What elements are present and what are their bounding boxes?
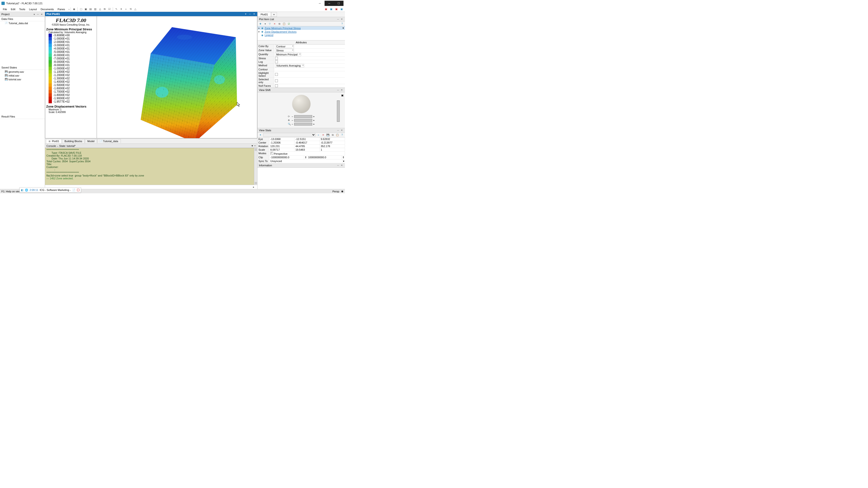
zoom-slider[interactable] [294,123,312,126]
tool-icon[interactable]: ✦ [258,133,262,137]
menu-panes[interactable]: Panes [56,7,67,11]
section-datafiles[interactable]: Data Files [0,17,45,21]
toolbar-axis-icon[interactable]: △ [133,7,137,11]
toolbar-pointer-icon[interactable]: ✦ [119,7,123,11]
console-dropdown-icon[interactable]: ▾ [252,144,253,147]
toolbar-print-icon[interactable]: ⎙ [98,7,102,11]
toolbar-globe-icon[interactable]: ◉ [72,7,76,11]
menu-tools[interactable]: Tools [17,7,27,11]
minimize-icon[interactable]: ─ [336,129,340,132]
viewstat-value[interactable]: 120.231 [269,145,294,148]
viewstats-combo[interactable] [263,133,315,137]
plot-3d-view[interactable] [97,17,257,138]
perspective-checkbox[interactable] [270,152,273,155]
console-scrollbar[interactable] [254,148,257,185]
toolbar-r1-icon[interactable]: ▣ [323,7,328,11]
toolbar-r4-icon[interactable]: ▣ [339,7,344,11]
help-icon[interactable]: ? [340,133,344,137]
toolbar-copy-icon[interactable]: ⧉ [102,7,107,11]
attribute-combo[interactable]: Minimum Principal [275,53,301,56]
dropdown-icon[interactable]: ▾ [263,22,267,26]
expand-icon[interactable]: ▸ [258,30,261,33]
plotitem-row[interactable]: ▸ ◉ Zone Minimum Principal Stress ▾ [257,26,345,30]
close-icon[interactable]: ✕ [340,18,343,21]
menu-file[interactable]: File [1,7,9,11]
toolbar-link-icon[interactable]: ⟲ [128,7,133,11]
attribute-checkbox[interactable] [275,60,278,63]
check-icon[interactable]: ☑ [287,22,291,26]
viewstat-value[interactable]: -1.20306 [269,141,294,144]
tab-add[interactable]: + [271,12,277,17]
delete-icon[interactable]: ✕ [321,133,325,137]
expand-icon[interactable]: ▸ [258,27,261,30]
trackball[interactable] [292,95,311,113]
viewstat-value[interactable]: -0.213977 [320,141,345,144]
console-body[interactable]: ******************************** Type: I… [45,148,257,185]
copy-icon[interactable]: ⧉ [331,133,335,137]
add-item-icon[interactable]: ✚ [258,22,262,26]
close-icon[interactable]: ✕ [340,164,343,167]
vertical-slider[interactable] [337,100,340,122]
reset-view-icon[interactable]: ▣ [341,94,343,97]
minimize-button[interactable] [315,1,324,6]
attribute-checkbox[interactable] [275,73,278,76]
visibility-icon[interactable]: ◉ [261,27,265,29]
status-persp[interactable]: Persp [332,190,339,193]
attribute-checkbox[interactable] [275,57,278,60]
viewstat-value[interactable]: 1 [320,148,345,151]
maximize-button-dark[interactable] [334,1,343,6]
attribute-combo[interactable]: Contour [275,45,294,48]
visibility-icon[interactable]: ◉ [261,34,265,36]
pan-slider[interactable] [294,119,312,122]
plot-minimize-icon[interactable]: ─ [248,12,252,16]
menu-edit[interactable]: Edit [9,7,17,11]
savedstate-item[interactable]: 💾initial.sav [0,74,45,78]
console-minimize-icon[interactable]: ─ [254,144,256,147]
viewstat-value[interactable]: -12.5151 [294,138,319,141]
tab-plot01[interactable]: ▦Plot01 [46,139,62,143]
taskbar-overlay[interactable]: ◧ 🌐 2:09:11 ICG - Software Marketing - 📄 [20,187,81,192]
close-icon[interactable]: ✕ [340,129,343,132]
minimize-icon[interactable]: ─ [336,18,340,21]
toolbar-layout4-icon[interactable]: ▥ [93,7,98,11]
attribute-checkbox[interactable] [275,84,278,87]
paste-icon[interactable]: 📋 [282,22,286,26]
clip-lo-input[interactable] [270,156,303,159]
plot-dropdown-icon[interactable]: ▾ [244,12,247,16]
delete-icon[interactable]: ✕ [273,22,276,26]
attribute-checkbox[interactable] [275,79,278,82]
minimize-button-dark[interactable] [324,1,334,6]
dropdown-icon[interactable]: ▾ [343,27,344,30]
attribute-combo[interactable]: Volumetric Averaging [275,64,304,67]
toolbar-check-icon[interactable]: ☑ [107,7,112,11]
add-icon[interactable]: ＋ [316,133,320,137]
paste-icon[interactable]: 📋 [336,133,339,137]
minimize-icon[interactable]: ─ [336,164,340,167]
savedstate-item[interactable]: 💾tutorial.sav [0,78,45,81]
viewstat-value[interactable]: -0.464017 [294,141,319,144]
chevron-down-icon[interactable]: ▾ [32,12,36,16]
task-stop-icon[interactable] [77,189,80,191]
copy-icon[interactable]: ⧉ [277,22,281,26]
minimize-pane-icon[interactable]: ─ [36,12,39,16]
plot-area[interactable]: FLAC3D 7.00 ©2020 Itasca Consulting Grou… [45,16,257,139]
viewstat-value[interactable]: 9.62832 [320,138,345,141]
minimize-icon[interactable]: ─ [336,88,340,92]
filter-icon[interactable]: ▽ [268,22,272,26]
plot-close-icon[interactable]: ✕ [252,12,256,16]
menu-layout[interactable]: Layout [27,7,39,11]
status-globe-icon[interactable]: ◉ [341,190,343,193]
datafile-item[interactable]: 📄 Tutorial_data.dat [0,21,45,25]
console-run-icon[interactable]: ▸ [253,185,256,189]
tab-tutorialdata[interactable]: 📄Tutorial_data [97,139,121,143]
toolbar-plus-icon[interactable]: ＋ [123,7,128,11]
section-resultfiles[interactable]: Result Files [0,115,45,119]
viewstat-value[interactable]: 8.09717 [269,148,294,151]
save-icon[interactable]: 💾 [326,133,330,137]
toolbar-layout2-icon[interactable]: ▣ [83,7,88,11]
savedstate-item[interactable]: 💾geometry.sav [0,70,45,74]
plotitem-row[interactable]: ◉ Legend [257,33,345,37]
visibility-icon[interactable]: ◉ [261,30,265,33]
tab-model[interactable]: Model [85,139,97,143]
viewstat-value[interactable]: 19.5483 [294,148,319,151]
